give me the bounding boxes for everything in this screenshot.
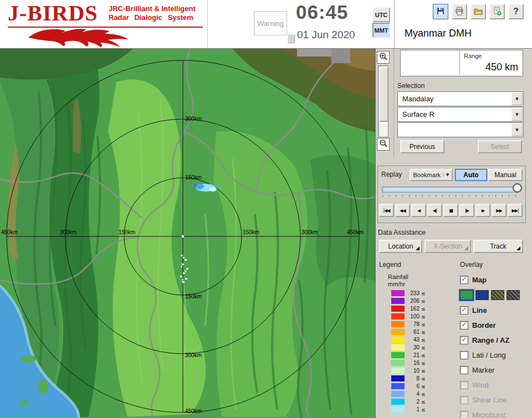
range-label: Range bbox=[464, 53, 482, 59]
selection-title: Selection bbox=[397, 82, 424, 90]
legend-operator: ≤ bbox=[421, 376, 426, 381]
replay-slider-ticks bbox=[382, 195, 518, 197]
legend-row: 78≤ bbox=[391, 321, 426, 327]
legend-color-swatch bbox=[391, 375, 405, 381]
overlay-item-marker[interactable]: Marker bbox=[460, 363, 531, 378]
overlay-item-border[interactable]: ✓Border bbox=[460, 318, 531, 333]
checkbox[interactable]: ✓ bbox=[460, 336, 468, 344]
logo-subtitle-line1: JRC-Brilliant & Intelligent bbox=[109, 4, 196, 13]
legend-color-swatch bbox=[391, 352, 405, 358]
legend-value: 1 bbox=[407, 406, 420, 412]
product-dropdown[interactable]: Surface R ▼ bbox=[397, 107, 524, 122]
legend-color-swatch bbox=[391, 383, 405, 389]
legend-value: 10 bbox=[407, 368, 420, 374]
manual-mode-tab[interactable]: Manual bbox=[488, 169, 523, 181]
mmt-button[interactable]: MMT bbox=[372, 23, 390, 38]
zoom-in-button[interactable] bbox=[377, 51, 390, 64]
corner-arrow-icon bbox=[464, 246, 468, 250]
overlay-item-lati-long[interactable]: Lati / Long bbox=[460, 348, 531, 363]
legend-row: 233≤ bbox=[391, 290, 426, 296]
playback-pause-back-button[interactable]: ◀| bbox=[427, 204, 442, 217]
bookmark-button[interactable]: Bookmark ▼ bbox=[410, 169, 453, 181]
site-dropdown[interactable]: Mandalay ▼ bbox=[397, 91, 524, 106]
zoom-scrollbar[interactable] bbox=[378, 65, 388, 137]
range-label: 450km bbox=[1, 229, 18, 235]
legend-row: 162≤ bbox=[391, 306, 426, 312]
utc-button[interactable]: UTC bbox=[372, 7, 390, 22]
legend-color-swatch bbox=[391, 344, 405, 350]
x-section-label: X-Section bbox=[433, 242, 462, 250]
help-button[interactable]: ? bbox=[508, 4, 524, 19]
clock-time: 06:45 bbox=[296, 1, 349, 23]
legend-operator: ≤ bbox=[421, 384, 426, 389]
legend-operator: ≤ bbox=[421, 360, 426, 366]
track-button[interactable]: Track bbox=[473, 240, 523, 253]
legend-color-swatch bbox=[391, 368, 405, 374]
previous-button[interactable]: Previous bbox=[400, 140, 444, 153]
legend-color-swatch bbox=[391, 306, 405, 312]
range-label: 300km bbox=[185, 352, 202, 358]
map-style-swatch[interactable] bbox=[475, 290, 489, 300]
legend-operator: ≤ bbox=[421, 298, 426, 304]
chevron-down-icon[interactable]: ▼ bbox=[511, 92, 523, 105]
checkbox[interactable]: ✓ bbox=[460, 306, 468, 314]
printer-icon bbox=[455, 7, 464, 17]
playback-controls: |◀◀◀◀◀◀|■|▶▶▶▶▶▶| bbox=[379, 204, 523, 217]
checkbox[interactable] bbox=[460, 366, 468, 374]
overlay-item-wind: Wind bbox=[460, 378, 531, 393]
map-style-swatch[interactable] bbox=[491, 290, 504, 300]
legend-row: 1≤ bbox=[391, 406, 426, 412]
checkbox[interactable]: ✓ bbox=[460, 276, 468, 284]
zoom-out-icon bbox=[379, 139, 388, 149]
radar-map[interactable]: 450km 300km 150km 150km 300km 450km 300k… bbox=[0, 49, 375, 418]
legend-unit-line1: Rainfall bbox=[388, 273, 408, 280]
option-dropdown[interactable]: ▼ bbox=[397, 122, 524, 137]
print-button[interactable] bbox=[452, 4, 467, 19]
legend-value: 100 bbox=[407, 313, 420, 319]
playback-play-button[interactable]: ▶ bbox=[475, 204, 490, 217]
corner-arrow-icon bbox=[516, 246, 520, 250]
export-button[interactable] bbox=[489, 4, 505, 19]
playback-step-back-button[interactable]: ◀ bbox=[411, 204, 426, 217]
auto-mode-tab[interactable]: Auto bbox=[455, 169, 487, 181]
overlay-item-line[interactable]: ✓Line bbox=[460, 303, 531, 318]
chevron-down-icon[interactable]: ▼ bbox=[511, 108, 523, 121]
zoom-in-icon bbox=[379, 52, 388, 63]
range-value: 450 km bbox=[485, 61, 518, 73]
data-assistance-title: Data Assistance bbox=[378, 229, 426, 236]
overlay-label: Marker bbox=[472, 366, 494, 374]
legend-value: 4 bbox=[407, 391, 420, 397]
playback-fast-forward-button[interactable]: ▶▶ bbox=[492, 204, 507, 217]
chevron-down-icon[interactable]: ▼ bbox=[511, 123, 523, 136]
save-icon bbox=[436, 7, 445, 17]
chevron-down-icon: ▼ bbox=[443, 173, 449, 177]
warning-indicator: Warning bbox=[254, 11, 287, 35]
date-stepper[interactable] bbox=[288, 34, 295, 43]
overlay-item-range-az[interactable]: ✓Range / AZ bbox=[460, 333, 531, 348]
legend-title: Legend bbox=[379, 261, 401, 269]
folder-icon bbox=[474, 7, 483, 17]
location-button[interactable]: Location bbox=[379, 240, 422, 253]
save-button[interactable] bbox=[433, 4, 448, 19]
legend-row: 21≤ bbox=[391, 352, 426, 358]
zoom-out-button[interactable] bbox=[377, 138, 390, 151]
playback-jump-start-button[interactable]: |◀◀ bbox=[379, 204, 394, 217]
legend-unit-line2: mm/hr bbox=[388, 281, 405, 287]
replay-slider-handle[interactable] bbox=[513, 183, 522, 193]
overlay-item-microburst: Microburst bbox=[460, 407, 531, 418]
playback-stop-button[interactable]: ■ bbox=[443, 204, 458, 217]
overlay-item-map[interactable]: ✓Map bbox=[460, 272, 531, 287]
map-style-swatch[interactable] bbox=[460, 290, 473, 300]
zoom-scrollbar-thumb[interactable] bbox=[379, 67, 388, 122]
logo-subtitle-line2: Radar Dialogic System bbox=[109, 13, 196, 22]
playback-jump-end-button[interactable]: ▶▶| bbox=[508, 204, 523, 217]
playback-pause-forward-button[interactable]: |▶ bbox=[459, 204, 474, 217]
map-style-swatch[interactable] bbox=[507, 290, 520, 300]
checkbox[interactable]: ✓ bbox=[460, 321, 468, 329]
playback-rewind-button[interactable]: ◀◀ bbox=[395, 204, 410, 217]
legend-color-swatch bbox=[391, 321, 405, 327]
replay-slider-track[interactable] bbox=[382, 187, 518, 193]
open-button[interactable] bbox=[470, 4, 486, 19]
checkbox[interactable] bbox=[460, 351, 468, 359]
legend-color-swatch bbox=[391, 290, 405, 296]
